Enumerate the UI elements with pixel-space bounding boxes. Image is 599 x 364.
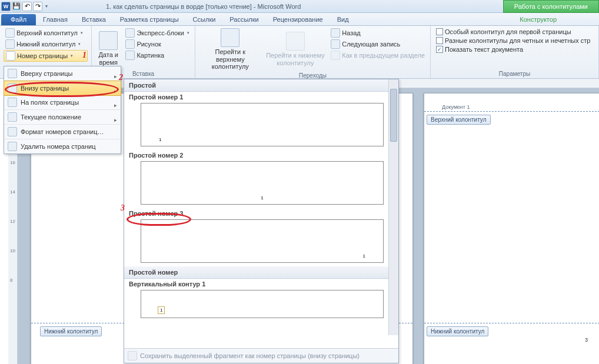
header-button[interactable]: Верхний колонтитул: [4, 28, 88, 38]
undo-icon[interactable]: ↶: [22, 2, 32, 11]
ruler-tick: 14: [10, 189, 15, 195]
show-text-checkbox[interactable]: ✓Показать текст документа: [434, 45, 592, 54]
doc-label: Документ 1: [442, 104, 470, 110]
tab-references[interactable]: Ссылки: [186, 14, 223, 25]
next-button[interactable]: Следующая запись: [329, 39, 427, 49]
tab-review[interactable]: Рецензирование: [266, 14, 330, 25]
picture-label: Рисунок: [137, 41, 161, 48]
menu-format-numbers[interactable]: Формат номеров страниц…: [4, 125, 121, 139]
gallery-item-3[interactable]: 1: [141, 219, 384, 263]
picture-icon: [125, 39, 135, 49]
tab-view[interactable]: Вид: [330, 14, 356, 25]
odd-even-label: Разные колонтитулы для четных и нечетных…: [445, 37, 590, 44]
show-text-label: Показать текст документа: [445, 46, 523, 53]
odd-even-checkbox[interactable]: Разные колонтитулы для четных и нечетных…: [434, 36, 592, 45]
tab-layout[interactable]: Разметка страницы: [113, 14, 186, 25]
date-time-button[interactable]: Дата и время: [95, 28, 121, 69]
header-label: Верхний колонтитул: [16, 29, 78, 36]
top-page-icon: [8, 69, 17, 78]
annotation-1: 1: [82, 51, 86, 60]
back-button[interactable]: Назад: [329, 28, 427, 38]
quick-access-toolbar: W 💾 ↶ ↷ ▾: [0, 2, 49, 11]
qat-dropdown-icon[interactable]: ▾: [44, 4, 49, 9]
header-separator: [424, 111, 599, 112]
ruler-tick: 10: [10, 248, 15, 253]
gallery-item-1-label: Простой номер 1: [124, 92, 388, 102]
tab-home[interactable]: Главная: [36, 14, 75, 25]
menu-remove-numbers[interactable]: Удалить номера страниц: [4, 139, 121, 153]
footer-label: Нижний колонтитул: [16, 41, 75, 48]
picture-button[interactable]: Рисунок: [124, 39, 191, 49]
goto-header-icon: [221, 28, 239, 47]
gallery-scrollbar[interactable]: [388, 79, 398, 335]
footer-icon: [5, 39, 15, 49]
page-number-display: 3: [585, 337, 588, 343]
gallery-item-3-label: Простой номер 3: [124, 208, 388, 218]
group-options-label: Параметры: [434, 69, 595, 77]
ruler-tick: 16: [10, 160, 15, 165]
menu-top-of-page[interactable]: Вверху страницы: [4, 66, 121, 81]
footer-tag: Нижний колонтитул: [40, 326, 102, 336]
page-number-gallery: Простой Простой номер 1 1 Простой номер …: [124, 79, 399, 363]
titlebar: W 💾 ↶ ↷ ▾ 1. как сделать страницы в ворд…: [0, 0, 599, 13]
annotation-2: 2: [119, 73, 123, 82]
gallery-item-2-label: Простой номер 2: [124, 150, 388, 160]
header-tag: Верхний колонтитул: [427, 115, 491, 125]
tab-mailings[interactable]: Рассылки: [222, 14, 265, 25]
link-icon: [331, 51, 340, 60]
format-icon: [8, 127, 17, 136]
footer-separator: [424, 323, 599, 323]
gallery-save-label: Сохранить выделенный фрагмент как номер …: [140, 352, 360, 359]
next-label: Следующая запись: [342, 41, 400, 48]
first-page-checkbox[interactable]: Особый колонтитул для первой страницы: [434, 28, 592, 36]
ruler-tick: 12: [10, 219, 15, 224]
window-title: 1. как сделать страницы в ворде [только …: [106, 3, 301, 10]
goto-header-button[interactable]: Перейти к верхнему колонтитулу: [199, 28, 262, 71]
gallery-item-2[interactable]: 1: [141, 161, 384, 205]
group-navigation: Перейти к верхнему колонтитулу Перейти к…: [195, 26, 431, 78]
gallery-item-1[interactable]: 1: [141, 103, 384, 146]
back-icon: [331, 28, 340, 38]
footer-button[interactable]: Нижний колонтитул: [4, 39, 88, 49]
bottom-page-icon: [8, 84, 17, 93]
page-number-menu: Вверху страницы Внизу страницы На полях …: [4, 66, 121, 154]
first-page-label: Особый колонтитул для первой страницы: [445, 28, 571, 35]
group-navigation-label: Переходы: [199, 71, 427, 79]
blocks-icon: [125, 28, 135, 38]
clipart-button[interactable]: Картинка: [124, 50, 191, 61]
menu-bottom-label: Внизу страницы: [21, 85, 69, 92]
group-options: Особый колонтитул для первой страницы Ра…: [431, 26, 599, 78]
quick-parts-button[interactable]: Экспресс-блоки: [124, 28, 191, 38]
menu-current-position[interactable]: Текущее положение: [4, 110, 121, 125]
annotation-3: 3: [121, 203, 125, 213]
page-number-button[interactable]: Номер страницы: [4, 50, 88, 62]
menu-remove-label: Удалить номера страниц: [21, 143, 96, 150]
link-previous-label: Как в предыдущем разделе: [342, 52, 425, 59]
page-number-label: Номер страницы: [17, 52, 68, 59]
gallery-item-4[interactable]: 1: [141, 290, 384, 318]
gallery-item-4-label: Вертикальный контур 1: [124, 279, 388, 289]
link-previous-button: Как в предыдущем разделе: [329, 50, 427, 61]
tab-file[interactable]: Файл: [1, 14, 36, 25]
page-right[interactable]: Документ 1 Верхний колонтитул Нижний кол…: [424, 93, 599, 364]
tab-design[interactable]: Конструктор: [513, 14, 564, 25]
scrollbar-thumb[interactable]: [390, 89, 397, 142]
tab-insert[interactable]: Вставка: [75, 14, 113, 25]
menu-page-margins[interactable]: На полях страницы: [4, 95, 121, 110]
clipart-label: Картинка: [137, 52, 164, 59]
clipart-icon: [125, 51, 135, 60]
quick-parts-label: Экспресс-блоки: [137, 29, 184, 36]
goto-footer-label: Перейти к нижнему колонтитулу: [266, 52, 324, 66]
page-number-icon: [6, 51, 15, 61]
redo-icon[interactable]: ↷: [33, 2, 42, 11]
gallery-category-2: Простой номер: [124, 266, 388, 279]
header-icon: [5, 28, 15, 38]
calendar-icon: [99, 31, 118, 50]
menu-bottom-of-page[interactable]: Внизу страницы: [4, 81, 121, 96]
menu-top-label: Вверху страницы: [21, 70, 72, 77]
margins-icon: [8, 98, 17, 107]
save-icon[interactable]: 💾: [12, 2, 21, 11]
cursor-icon: [8, 112, 17, 122]
menu-margins-label: На полях страницы: [21, 99, 79, 106]
menu-format-label: Формат номеров страниц…: [21, 128, 104, 135]
